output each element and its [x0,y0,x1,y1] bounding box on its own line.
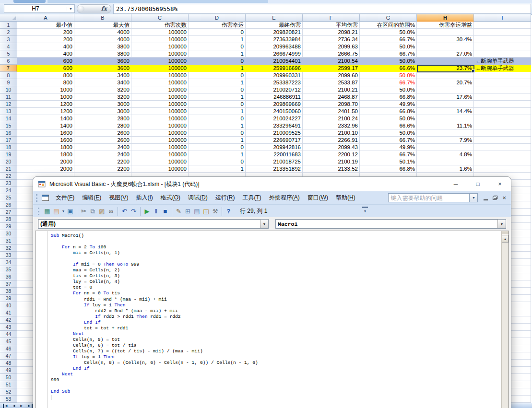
cell-H10[interactable] [417,86,474,93]
cell-E10[interactable]: 210020712 [246,86,303,93]
cell-I21[interactable] [474,165,531,173]
cell-I9[interactable] [474,79,531,86]
view-excel-icon[interactable]: ▦ [43,207,52,216]
cell-C13[interactable]: 100000 [131,108,189,115]
cell-H21[interactable]: 1.6% [417,165,474,173]
cell-I18[interactable] [474,144,531,151]
cell-C9[interactable]: 100000 [131,79,189,86]
row-header-27[interactable]: 27 [0,209,17,216]
cell-D1[interactable]: 伤害幸运 [189,22,246,29]
cell-A11[interactable]: 1000 [17,93,74,101]
row-header-21[interactable]: 21 [0,165,17,173]
code-window[interactable]: Sub Macro1() For n = 2 To 100 mii = Cell… [35,231,509,408]
cell-A4[interactable]: 400 [17,43,74,50]
combo-dropdown-icon[interactable]: ▼ [497,220,506,228]
cell-C15[interactable]: 100000 [131,122,189,129]
cell-E11[interactable]: 246886911 [246,93,303,101]
row-header-17[interactable]: 17 [0,137,17,144]
cell-H5[interactable]: 27.0% [417,50,474,58]
cell-C12[interactable]: 100000 [131,101,189,108]
row-header-30[interactable]: 30 [0,230,17,237]
row-header-35[interactable]: 35 [0,266,17,273]
cell-B15[interactable]: 2800 [74,122,131,129]
cell-E2[interactable]: 209820821 [246,29,303,36]
cell-F1[interactable]: 平均伤害 [303,22,360,29]
row-header-31[interactable]: 31 [0,237,17,245]
row-header-16[interactable]: 16 [0,129,17,137]
row-header-38[interactable]: 38 [0,288,17,295]
code-margin-indicator-bar[interactable] [35,231,47,408]
cell-G16[interactable]: 50.0% [360,129,417,137]
cell-H14[interactable] [417,115,474,122]
cell-E15[interactable]: 233296491 [246,122,303,129]
cell-F3[interactable]: 2736.34 [303,36,360,43]
menu-item-A[interactable]: 外接程序(A) [265,192,304,203]
cell-B6[interactable]: 3600 [74,58,131,65]
cell-H4[interactable] [417,43,474,50]
cell-G19[interactable]: 66.7% [360,151,417,158]
menu-item-T[interactable]: 工具(T) [238,192,265,203]
row-header-49[interactable]: 49 [0,367,17,374]
row-header-39[interactable]: 39 [0,295,17,302]
cell-D3[interactable]: 1 [189,36,246,43]
cell-C17[interactable]: 100000 [131,137,189,144]
row-header-5[interactable]: 5 [0,50,17,58]
paste-icon[interactable]: ▨ [97,207,106,216]
copy-icon[interactable]: ⧉ [88,207,97,216]
cell-B17[interactable]: 2600 [74,137,131,144]
cell-H2[interactable] [417,29,474,36]
cell-D9[interactable]: 1 [189,79,246,86]
cell-H19[interactable]: 4.8% [417,151,474,158]
cell-C16[interactable]: 100000 [131,129,189,137]
row-header-6[interactable]: 6 [0,58,17,65]
help-search-input[interactable] [388,193,470,202]
cell-B12[interactable]: 3000 [74,101,131,108]
reset-icon[interactable]: ■ [161,207,170,216]
cell-I1[interactable] [474,22,531,29]
menu-item-R[interactable]: 运行(R) [212,192,239,203]
cell-G21[interactable]: 66.8% [360,165,417,173]
cell-A16[interactable]: 1600 [17,129,74,137]
cell-B21[interactable]: 2200 [74,165,131,173]
column-header-H[interactable]: H [417,14,474,22]
row-header-11[interactable]: 11 [0,93,17,101]
cell-A13[interactable]: 1200 [17,108,74,115]
cell-C21[interactable]: 100000 [131,165,189,173]
cell-A3[interactable]: 200 [17,36,74,43]
code-vertical-scrollbar[interactable]: ▲ [501,231,508,408]
sheet-nav-first-button[interactable]: ◄ [3,404,8,408]
cell-A15[interactable]: 1400 [17,122,74,129]
design-mode-icon[interactable]: ✎ [174,207,183,216]
row-header-4[interactable]: 4 [0,43,17,50]
cell-I3[interactable] [474,36,531,43]
cell-C18[interactable]: 100000 [131,144,189,151]
cell-C11[interactable]: 100000 [131,93,189,101]
cell-D12[interactable]: 0 [189,101,246,108]
cell-F2[interactable]: 2098.21 [303,29,360,36]
row-header-7[interactable]: 7 [0,65,17,72]
row-header-33[interactable]: 33 [0,252,17,259]
window-minimize-button[interactable]: ─ [445,177,467,191]
cell-G10[interactable]: 50.0% [360,86,417,93]
cell-C6[interactable]: 100000 [131,58,189,65]
cell-F5[interactable]: 2666.75 [303,50,360,58]
cell-A19[interactable]: 1800 [17,151,74,158]
vba-title-bar[interactable]: Microsoft Visual Basic - 火魔灵6帧合1.xlsm - … [33,177,511,191]
cell-H6[interactable] [417,58,474,65]
cell-A14[interactable]: 1400 [17,115,74,122]
cell-A1[interactable]: 最小值 [17,22,74,29]
cell-E16[interactable]: 210009525 [246,129,303,137]
cell-F18[interactable]: 2099.43 [303,144,360,151]
row-header-9[interactable]: 9 [0,79,17,86]
cell-E8[interactable]: 209960331 [246,72,303,79]
cell-I8[interactable] [474,72,531,79]
cell-I7[interactable]: ←断腕单手武器 [474,65,531,72]
cell-C14[interactable]: 100000 [131,115,189,122]
row-header-41[interactable]: 41 [0,309,17,316]
insert-userform-icon[interactable]: ▤ [52,207,61,216]
code-text[interactable]: Sub Macro1() For n = 2 To 100 mii = Cell… [51,233,500,408]
cell-D17[interactable]: 1 [189,137,246,144]
cell-C20[interactable]: 100000 [131,158,189,165]
cell-B1[interactable]: 最大值 [74,22,131,29]
toolbox-icon[interactable]: ⚒ [211,207,220,216]
